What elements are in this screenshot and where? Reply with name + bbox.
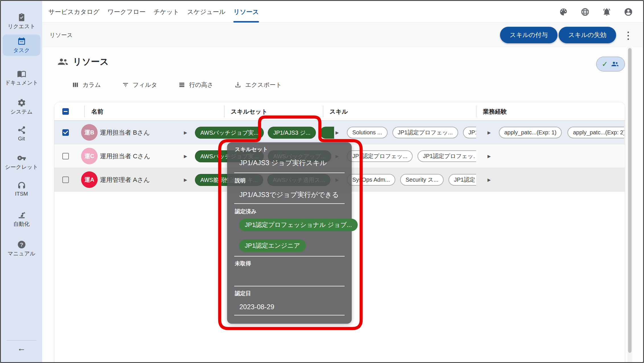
skillset-chip-list: AWSバッチジョブ実... JP1/AJS3 ジ... [193,121,334,144]
tab-ticket[interactable]: チケット [154,1,179,22]
sidebar-item-label: ITSM [3,191,40,197]
tab-service-catalog[interactable]: サービスカタログ [48,1,100,22]
select-all-checkbox[interactable] [62,108,69,115]
page-title-row: リソース [57,56,109,68]
row-height-button[interactable]: 行の高さ [178,81,213,89]
palette-icon[interactable] [559,7,568,17]
revoke-skill-button[interactable]: スキルの失効 [559,27,616,43]
chevron-right-icon[interactable]: ▶ [487,144,491,168]
tooltip-description-value: JP1/AJS3でジョブ実行ができる [239,190,339,199]
sidebar-item-document[interactable]: ドキュメント [3,67,40,88]
scrollbar-thumb[interactable] [628,48,631,353]
book-icon [17,69,26,78]
chevron-right-icon[interactable]: ▶ [487,168,491,192]
skill-chip[interactable]: Security ス... [400,174,444,186]
bell-icon[interactable] [602,7,611,17]
tooltip-description-label: 説明 [235,177,246,184]
skill-chip-list: Solutions ... JP1認定プロフェッ... JP1 [345,121,476,144]
tooltip-skillset-value: JP1/AJS3 ジョブ実行スキル [239,158,327,167]
tooltip-certified-label: 認定済み [235,208,256,215]
collapse-sidebar-button[interactable]: ← [1,343,42,353]
share-icon [17,126,26,135]
tab-schedule[interactable]: スケジュール [187,1,226,22]
sidebar-item-itsm[interactable]: ITSM [3,179,40,199]
more-options-icon[interactable] [626,29,631,42]
sidebar-item-label: 自動化 [3,220,40,228]
action-bar: リソース スキルの付与 スキルの失効 [42,23,643,47]
column-header-skillset[interactable]: スキルセット [231,102,268,121]
row-checkbox[interactable] [62,129,69,136]
topnav-icons [559,1,633,23]
skillset-chip[interactable] [320,127,334,139]
tooltip-certified-date-value: 2023-08-29 [239,303,274,311]
calendar-icon [17,37,26,46]
skill-chip[interactable]: JP1認定プロフェッ... [347,150,413,162]
skill-chip[interactable]: JP1認定プロフェッ. [417,150,476,162]
tooltip-uncertified-label: 未取得 [235,260,251,267]
selection-mode-toggle[interactable]: ✓ [596,57,625,71]
table-header-row: 名前 スキルセット スキル 業務経験 [54,102,625,121]
app-window: リクエスト タスク ドキュメント システム Git シークレット ITSM 自 [0,0,644,363]
sidebar-item-manual[interactable]: ? マニュアル [3,238,40,259]
skill-chip[interactable]: Solutions ... [347,127,388,138]
svg-text:?: ? [20,242,23,248]
experience-chip[interactable]: apply_patc...(Exp: 1) [499,127,562,138]
skill-chip[interactable]: JP1認定プロフェッ... [392,127,458,138]
export-button[interactable]: エクスポート [234,81,281,89]
skill-chip[interactable]: SysOps Adm... [347,174,395,186]
gear-icon [17,98,26,107]
sidebar-item-request[interactable]: リクエスト [3,11,40,32]
sidebar-item-system[interactable]: システム [3,96,40,117]
skillset-chip[interactable]: AWSバッチジョブ実... [195,127,264,139]
experience-chip[interactable]: apply_patc...(Exp: 2) [567,127,624,138]
sidebar: リクエスト タスク ドキュメント システム Git シークレット ITSM 自 [1,1,42,362]
sidebar-item-label: Git [3,136,40,142]
active-tab-underline [233,21,259,22]
people-icon [611,60,619,68]
resource-name: 運用管理者 Aさん [100,168,150,192]
avatar: 運B [81,124,98,141]
breadcrumb: リソース [50,23,73,47]
sidebar-item-label: タスク [3,47,40,54]
column-header-experience[interactable]: 業務経験 [483,102,507,121]
chevron-right-icon[interactable]: ▶ [184,121,187,144]
row-checkbox[interactable] [62,177,69,183]
sidebar-item-secret[interactable]: シークレット [3,151,40,173]
certified-skill-chip: JP1認定エンジニア [239,239,306,252]
avatar: 運C [81,148,98,164]
resource-name: 運用担当者 Cさん [100,144,150,168]
chevron-right-icon[interactable]: ▶ [184,168,187,192]
sidebar-item-git[interactable]: Git [3,123,40,143]
resource-name: 運用担当者 Bさん [100,121,150,144]
chevron-right-icon[interactable]: ▶ [184,144,187,168]
download-icon [234,81,242,89]
column-header-skill[interactable]: スキル [330,102,348,121]
skill-detail-tooltip: スキルセット JP1/AJS3 ジョブ実行スキル 説明 JP1/AJS3でジョブ… [227,142,352,324]
filter-button[interactable]: フィルタ [122,81,157,89]
column-header-name[interactable]: 名前 [91,102,103,121]
account-icon[interactable] [624,7,633,17]
grant-skill-button[interactable]: スキルの付与 [500,27,557,43]
clipboard-check-icon [17,13,26,22]
row-checkbox[interactable] [62,153,69,159]
skill-chip[interactable]: JP1 [463,127,476,138]
experience-chip-list: apply_patc...(Exp: 1) apply_patc...(Exp:… [496,121,624,144]
skillset-chip[interactable]: JP1/AJS3 ジ... [268,127,316,139]
top-navigation: サービスカタログ ワークフロー チケット スケジュール リソース [42,1,643,23]
page-title: リソース [73,56,109,68]
sidebar-item-automation[interactable]: 自動化 [3,208,40,229]
sidebar-item-task[interactable]: タスク [3,34,40,56]
table-row[interactable]: 運B 運用担当者 Bさん ▶ AWSバッチジョブ実... JP1/AJS3 ジ.… [54,121,625,144]
tab-workflow[interactable]: ワークフロー [108,1,146,22]
chevron-right-icon[interactable]: ▶ [487,121,491,144]
columns-button[interactable]: カラム [72,81,101,89]
filter-icon [122,81,129,89]
robot-arm-icon [17,210,26,220]
avatar: 運A [81,171,98,188]
skill-chip[interactable]: JP1認定 [448,174,476,186]
columns-icon [72,81,79,89]
chevron-right-icon[interactable]: ▶ [336,121,339,144]
tab-resource[interactable]: リソース [233,1,259,22]
globe-icon[interactable] [581,7,590,17]
key-icon [17,153,26,163]
